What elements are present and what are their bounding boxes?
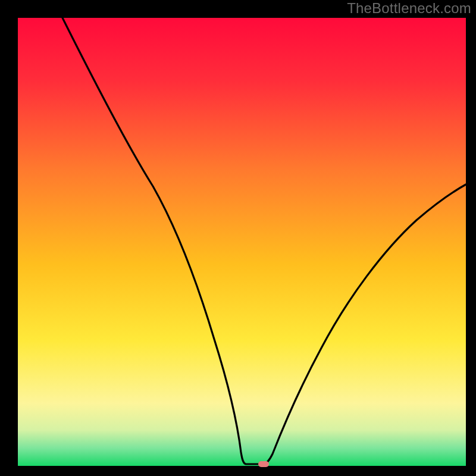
bottleneck-chart bbox=[0, 0, 476, 476]
chart-container: TheBottleneck.com bbox=[0, 0, 476, 476]
minimum-marker bbox=[258, 461, 269, 467]
watermark-text: TheBottleneck.com bbox=[347, 0, 471, 17]
chart-plot-area bbox=[18, 18, 466, 466]
